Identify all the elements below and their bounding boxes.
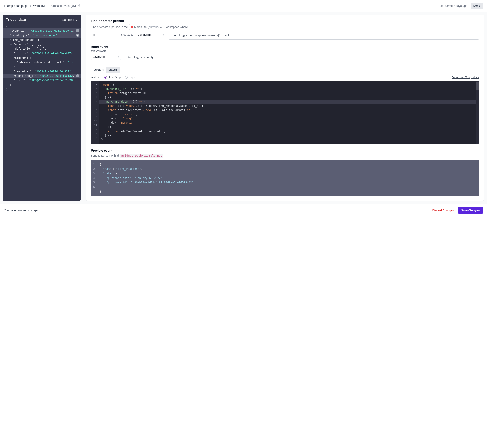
event-name-row: JavaScript ▾ return trigger.event_type; — [91, 54, 479, 61]
view-docs-link[interactable]: View JavaScript docs — [452, 76, 479, 79]
json-row-definition[interactable]: + "definition": { … }, — [6, 46, 81, 51]
sample-label: Sample 1 — [63, 18, 74, 22]
json-row-submitted-at[interactable]: "submitted_at": "2022-01-06T14:06:32Z", — [3, 74, 81, 78]
json-tree[interactable]: { "event_id": "c80ab38a-9d31-4181-83d9-a… — [3, 24, 81, 92]
event-name-mode-label: JavaScript — [93, 55, 106, 58]
workspace-current-label: (current) — [148, 25, 159, 29]
attribute-select[interactable]: id ⌄ — [91, 32, 118, 38]
tab-json[interactable]: JSON — [106, 67, 120, 72]
breadcrumb-current: Purchase Event (JS) — [50, 4, 76, 8]
json-root-open: { — [6, 24, 81, 28]
write-in-row: Write in: JavaScript Liquid View JavaScr… — [91, 76, 479, 79]
code-body[interactable]: return { "purchase_id": (() => { return … — [99, 81, 476, 144]
json-row-event-id[interactable]: "event_id": "c80ab38a-9d31-4181-83d9-a7b… — [3, 28, 81, 33]
body-area: Trigger data Sample 1 ⌄ { "event_id": "c… — [0, 12, 487, 204]
discard-changes-link[interactable]: Discard Changes — [432, 209, 454, 212]
build-section-title: Build event — [91, 45, 479, 49]
json-row-token[interactable]: "token": "01FRQVCV36G63TT62BZA8F9WXG" — [6, 78, 81, 82]
main-panel: Find or create person Find or create a p… — [86, 15, 484, 201]
find-trail-text: workspace where: — [166, 25, 189, 29]
preview-block: 1234 567 { "name": "form_response", "dat… — [91, 160, 479, 196]
trigger-data-panel: Trigger data Sample 1 ⌄ { "event_id": "c… — [3, 15, 81, 201]
preview-gutter: 1234 567 — [91, 162, 97, 194]
write-in-label: Write in: — [91, 76, 101, 79]
breadcrumb-campaign[interactable]: Example campaign — [4, 4, 28, 8]
used-indicator-icon — [76, 74, 79, 77]
value-mode-label: JavaScript — [138, 33, 151, 37]
trigger-header: Trigger data Sample 1 ⌄ — [3, 18, 81, 24]
preview-title: Preview event — [91, 149, 479, 152]
used-indicator-icon — [76, 29, 79, 32]
chevron-down-icon: ⌄ — [114, 34, 116, 36]
event-name-expression-input[interactable]: return trigger.event_type; — [124, 54, 192, 61]
event-name-label: EVENT NAME — [91, 50, 479, 53]
code-scrollbar[interactable] — [476, 81, 479, 144]
select-arrow-icon: ▾ — [163, 34, 164, 36]
expand-toggle-icon[interactable]: + — [10, 42, 12, 46]
select-arrow-icon: ▾ — [118, 56, 119, 58]
expand-toggle-icon[interactable]: + — [10, 46, 12, 51]
preview-person-id: Bridget.Dach@example.net — [120, 154, 164, 158]
done-button[interactable]: Done — [471, 3, 483, 9]
breadcrumbs: Example campaign › Workflow › Purchase E… — [4, 4, 81, 8]
find-section-sub: Find or create a person in the March 8th… — [91, 24, 479, 30]
radio-liquid-label: Liquid — [129, 76, 136, 79]
edit-name-icon[interactable] — [78, 4, 81, 8]
trigger-title: Trigger data — [6, 18, 26, 22]
code-gutter: 1234 5678 9101112 1314 — [91, 81, 99, 144]
workspace-select[interactable]: March 8th (current) ⌄ — [129, 24, 165, 30]
topbar-right: Last saved 2 days ago Done — [439, 3, 483, 9]
chevron-down-icon: ⌄ — [75, 18, 78, 22]
radio-liquid[interactable]: Liquid — [125, 76, 136, 79]
editor-mode-tabs: Default JSON — [91, 67, 120, 73]
save-changes-button[interactable]: Save Changes — [458, 207, 483, 214]
collapse-toggle-icon[interactable]: - — [10, 56, 12, 60]
footer-bar: You have unsaved changes. Discard Change… — [0, 204, 487, 216]
preview-sub: Send to person with id Bridget.Dach@exam… — [91, 154, 479, 158]
preview-section: Preview event Send to person with id Bri… — [91, 149, 479, 196]
json-row-form-response[interactable]: - "form_response": { — [6, 38, 81, 42]
language-radio-group: Write in: JavaScript Liquid — [91, 76, 137, 79]
find-section-title: Find or create person — [91, 19, 479, 23]
build-event-section: Build event EVENT NAME JavaScript ▾ retu… — [91, 45, 479, 144]
breadcrumb-sep: › — [47, 4, 48, 8]
json-row-landed-at[interactable]: "landed_at": "2022-01-06T14:06:32Z", — [6, 69, 81, 74]
topbar: Example campaign › Workflow › Purchase E… — [0, 0, 487, 12]
radio-unchecked-icon — [125, 76, 128, 79]
used-indicator-icon — [76, 34, 79, 37]
json-row-hidden[interactable]: - "hidden": { — [6, 56, 81, 60]
json-row-hidden-field[interactable]: "adrians_custom_hidden_field": "hidden_v… — [6, 60, 81, 64]
json-row-event-type[interactable]: "event_type": "form_response", — [3, 33, 81, 38]
tab-default[interactable]: Default — [91, 67, 106, 72]
radio-checked-icon — [104, 76, 107, 79]
radio-javascript-label: JavaScript — [108, 76, 122, 79]
breadcrumb-sep: › — [30, 4, 31, 8]
json-close-fr: } — [6, 82, 81, 87]
collapse-toggle-icon[interactable]: - — [7, 38, 8, 42]
last-saved-text: Last saved 2 days ago — [439, 4, 467, 8]
json-row-answers[interactable]: + "answers": [ … ], — [6, 42, 81, 46]
code-editor[interactable]: 1234 5678 9101112 1314 return { "purchas… — [91, 81, 479, 144]
footer-actions: Discard Changes Save Changes — [432, 207, 483, 214]
sample-select[interactable]: Sample 1 ⌄ — [63, 18, 78, 22]
json-row-form-id[interactable]: "form_id": "867b61f7-3be9-4c69-a637-46d7… — [6, 51, 81, 56]
json-close-root: } — [6, 87, 81, 92]
preview-body: { "name": "form_response", "data": { "pu… — [97, 162, 479, 194]
find-lead-text: Find or create a person in the — [91, 25, 128, 29]
value-expression-input[interactable]: return trigger.form_response.answers[0].… — [169, 32, 479, 40]
event-name-mode-select[interactable]: JavaScript ▾ — [91, 54, 121, 60]
attribute-value: id — [93, 33, 95, 37]
chevron-down-icon: ⌄ — [160, 25, 162, 29]
value-mode-select[interactable]: JavaScript ▾ — [136, 32, 166, 38]
workspace-name: March 8th — [134, 25, 147, 29]
find-filter-row: id ⌄ is equal to JavaScript ▾ return tri… — [91, 32, 479, 40]
preview-lead: Send to person with id — [91, 154, 119, 157]
workspace-status-dot — [131, 26, 133, 28]
unsaved-changes-text: You have unsaved changes. — [4, 209, 39, 212]
json-close-hidden: }, — [6, 64, 81, 69]
radio-javascript[interactable]: JavaScript — [104, 76, 122, 79]
breadcrumb-workflow[interactable]: Workflow — [33, 4, 45, 8]
equals-text: is equal to — [120, 32, 134, 36]
